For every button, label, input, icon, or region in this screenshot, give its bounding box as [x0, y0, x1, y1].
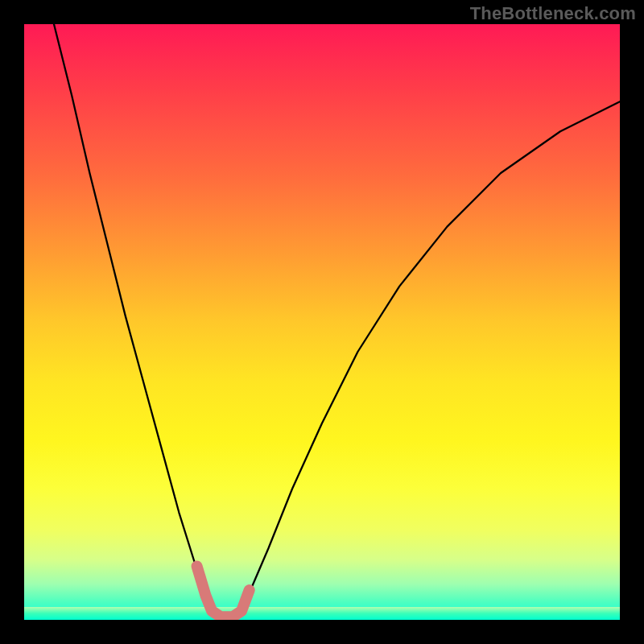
plot-area	[24, 24, 620, 620]
series-floor-marker	[197, 566, 250, 617]
curve-layer	[24, 24, 620, 620]
watermark-text: TheBottleneck.com	[470, 3, 636, 24]
curve-group	[54, 24, 620, 617]
chart-frame: TheBottleneck.com	[0, 0, 644, 644]
series-right-branch	[238, 101, 620, 613]
series-left-branch	[54, 24, 215, 614]
